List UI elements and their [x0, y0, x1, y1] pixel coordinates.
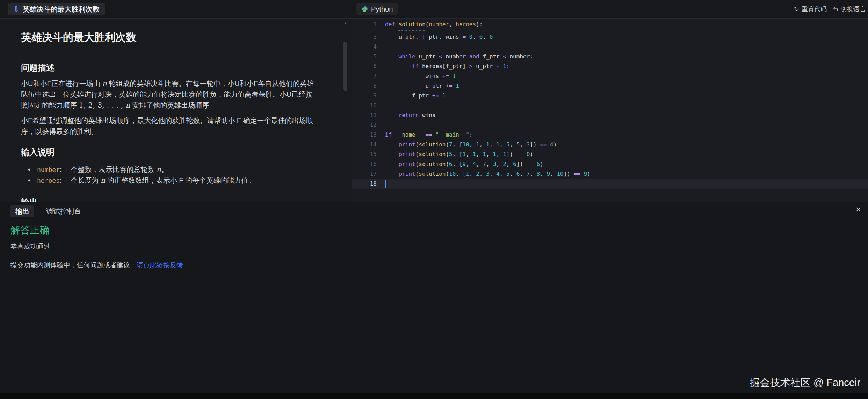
line-number: 8 [352, 81, 377, 91]
text-segment: 小U和小F正在进行一场由 [21, 80, 102, 87]
text-segment: n [157, 165, 161, 174]
folded-line[interactable] [352, 29, 868, 32]
feedback-text: 提交功能内测体验中，任何问题或者建议：请点此链接反馈 [10, 261, 868, 270]
problem-tab[interactable]: ⇩ 英雄决斗的最大胜利次数 [8, 3, 105, 15]
text-cursor [385, 180, 386, 188]
problem-title: 英雄决斗的最大胜利次数 [21, 30, 317, 45]
code-line-8[interactable]: 8 u_ptr += 1 [352, 81, 868, 91]
code-area: 1def solution(number, heroes):3 u_ptr, f… [352, 18, 868, 189]
reset-label: 重置代码 [802, 5, 827, 13]
code-line-15[interactable]: 15 print(solution(5, [1, 1, 1, 1, 1]) ==… [352, 150, 868, 159]
text-segment: number [37, 166, 60, 173]
code-line-11[interactable]: 11 return wins [352, 110, 868, 120]
code-line-12[interactable]: 12 [352, 120, 868, 130]
text-segment: heroes [37, 177, 60, 184]
code-line-5[interactable]: 5 while u_ptr < number and f_ptr < numbe… [352, 52, 868, 61]
input-heading: 输入说明 [21, 146, 317, 158]
bullet-icon: • [28, 164, 37, 175]
code-line-3[interactable]: 3 u_ptr, f_ptr, wins = 0, 0, 0 [352, 32, 868, 42]
line-number: 14 [352, 140, 377, 150]
scrollbar-up-arrow-icon[interactable]: ▲ [343, 21, 348, 25]
switch-language-label: 切换语言 [841, 5, 866, 13]
reset-code-button[interactable]: ↻ 重置代码 [794, 5, 827, 13]
language-tab-label: Python [371, 5, 393, 13]
text-segment: n [125, 101, 130, 109]
watermark: 掘金技术社区 @ Fanceir [750, 376, 860, 390]
feedback-prefix: 提交功能内测体验中，任何问题或者建议： [10, 261, 137, 269]
language-tab-python[interactable]: Python [356, 3, 398, 15]
bullet-text: number: 一个整数，表示比赛的总轮数 n。 [37, 164, 168, 175]
code-line-13[interactable]: 13if __name__ == "__main__": [352, 130, 868, 140]
line-text: u_ptr, f_ptr, wins = 0, 0, 0 [385, 32, 493, 42]
line-text: def solution(number, heroes): [385, 20, 483, 29]
input-bullet-list: • number: 一个整数，表示比赛的总轮数 n。 • heroes: 一个长… [21, 164, 317, 186]
code-line-6[interactable]: 6 if heroes[f_ptr] > u_ptr + 1: [352, 61, 868, 71]
line-text: print(solution(6, [9, 4, 7, 3, 2, 6]) ==… [385, 159, 543, 169]
line-text: while u_ptr < number and f_ptr < number: [385, 52, 533, 61]
line-number: 18 [352, 179, 377, 189]
code-line-14[interactable]: 14 print(solution(7, [10, 1, 1, 1, 5, 5,… [352, 140, 868, 150]
code-line-10[interactable]: 10 [352, 101, 868, 110]
line-number: 9 [352, 91, 377, 101]
line-text: if heroes[f_ptr] > u_ptr + 1: [385, 61, 509, 71]
tab-debug-console[interactable]: 调试控制台 [46, 206, 81, 216]
code-line-18[interactable]: 18 [352, 179, 868, 189]
line-number: 16 [352, 159, 377, 169]
text-segment: : 一个长度为 [60, 176, 101, 184]
code-line-4[interactable]: 4 [352, 42, 868, 52]
close-icon[interactable]: × [856, 204, 861, 215]
output-tabs: 输出 调试控制台 [10, 205, 868, 217]
text-segment: n [101, 176, 106, 184]
bottom-status-strip [0, 393, 868, 399]
fold-indicator [398, 30, 425, 31]
code-line-7[interactable]: 7 wins += 1 [352, 71, 868, 81]
line-text: f_ptr += 1 [385, 91, 446, 101]
code-line-16[interactable]: 16 print(solution(6, [9, 4, 7, 3, 2, 6])… [352, 159, 868, 169]
switch-language-button[interactable]: ⇆ 切换语言 [833, 5, 866, 13]
bullet-item-number: • number: 一个整数，表示比赛的总轮数 n。 [28, 164, 317, 175]
topbar-actions: ↻ 重置代码 ⇆ 切换语言 [794, 0, 866, 18]
line-text: print(solution(7, [10, 1, 1, 1, 5, 5, 3]… [385, 140, 557, 150]
description-paragraph-1: 小U和小F正在进行一场由 n 轮组成的英雄决斗比赛。在每一轮中，小U和小F各自从… [21, 78, 317, 111]
line-number: 11 [352, 110, 377, 120]
line-number: 5 [352, 52, 377, 61]
result-status: 解答正确 [10, 224, 868, 237]
problem-tab-title: 英雄决斗的最大胜利次数 [23, 5, 100, 14]
title-divider [21, 54, 317, 54]
reset-icon: ↻ [794, 5, 799, 13]
problem-scrollbar-thumb[interactable] [343, 42, 347, 91]
text-segment: 安排了他的英雄出场顺序。 [130, 101, 216, 109]
code-line-9[interactable]: 9 f_ptr += 1 [352, 91, 868, 101]
bullet-text: heroes: 一个长度为 n 的正整数数组，表示小 F 的每个英雄的能力值。 [37, 175, 255, 186]
description-paragraph-2: 小F希望通过调整他的英雄出场顺序，最大化他的获胜轮数。请帮助小 F 确定一个最佳… [21, 115, 317, 137]
top-bar: ⇩ 英雄决斗的最大胜利次数 Python ↻ 重置代码 ⇆ 切换语言 [0, 0, 868, 19]
output-panel: 输出 调试控制台 × 解答正确 恭喜成功通过 提交功能内测体验中，任何问题或者建… [0, 202, 868, 393]
feedback-link[interactable]: 请点此链接反馈 [137, 261, 183, 269]
text-segment: 小F希望通过调整他的英雄出场顺序，最大化他的获胜轮数。请帮助小 F 确定一个最佳… [21, 117, 313, 135]
line-text: if __name__ == "__main__": [385, 130, 472, 140]
code-editor-panel[interactable]: 1def solution(number, heroes):3 u_ptr, f… [352, 18, 868, 202]
bullet-icon: • [28, 175, 37, 186]
switch-language-icon: ⇆ [833, 5, 838, 13]
line-number: 6 [352, 61, 377, 71]
text-segment: n [102, 79, 107, 88]
line-number: 7 [352, 71, 377, 81]
line-text: u_ptr += 1 [385, 81, 459, 91]
line-number: 12 [352, 120, 377, 130]
description-heading: 问题描述 [21, 62, 317, 74]
line-number: 17 [352, 169, 377, 179]
text-segment: 1, 2, 3, . . . , [79, 101, 126, 109]
output-heading-clipped: 输出 [21, 197, 317, 202]
line-number: 3 [352, 32, 377, 42]
line-number: 1 [352, 20, 377, 29]
congrats-text: 恭喜成功通过 [10, 242, 868, 251]
download-arrow-icon: ⇩ [13, 5, 19, 13]
text-segment: : 一个整数，表示比赛的总轮数 [60, 166, 157, 173]
line-number: 15 [352, 150, 377, 159]
bullet-item-heroes: • heroes: 一个长度为 n 的正整数数组，表示小 F 的每个英雄的能力值… [28, 175, 317, 186]
code-line-17[interactable]: 17 print(solution(10, [1, 2, 3, 4, 5, 6,… [352, 169, 868, 179]
problem-panel: 英雄决斗的最大胜利次数 问题描述 小U和小F正在进行一场由 n 轮组成的英雄决斗… [0, 18, 352, 202]
tab-output[interactable]: 输出 [10, 205, 34, 217]
line-number: 13 [352, 130, 377, 140]
code-line-1[interactable]: 1def solution(number, heroes): [352, 20, 868, 29]
